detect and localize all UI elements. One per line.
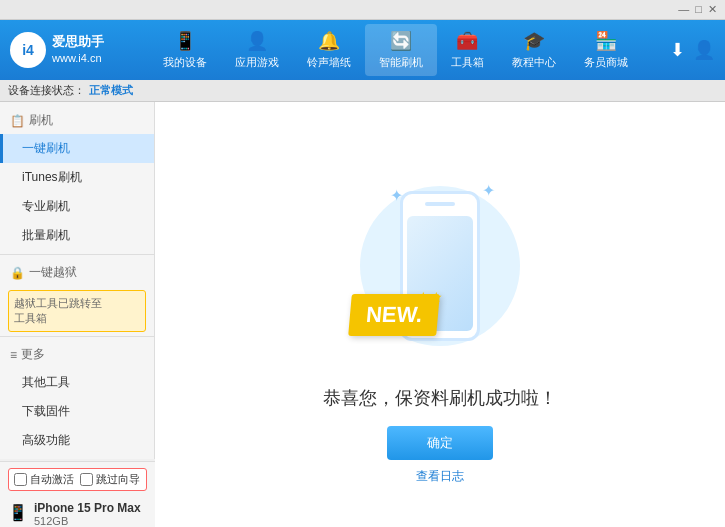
jailbreak-warning: 越狱工具已跳转至 工具箱 [8,290,146,332]
jailbreak-header: 🔒 一键越狱 [0,259,154,286]
title-bar: — □ ✕ [0,0,725,20]
sparkle-top-right: ✦ [482,181,495,200]
nav-smart-flash-label: 智能刷机 [379,55,423,70]
sidebar-wrapper: 📋 刷机 一键刷机 iTunes刷机 专业刷机 批量刷机 🔒 一键越狱 越狱工具… [0,102,155,527]
confirm-button[interactable]: 确定 [387,426,493,460]
device-info: iPhone 15 Pro Max 512GB iPhone [34,501,147,527]
more-section-header: ≡ 更多 [0,341,154,368]
phone-speaker [425,202,455,206]
nav-merchant[interactable]: 🏪 务员商城 [570,24,642,76]
auto-activate-checkbox[interactable] [14,473,27,486]
nav-toolbox[interactable]: 🧰 工具箱 [437,24,498,76]
minimize-button[interactable]: — [678,3,689,16]
sidebar: 📋 刷机 一键刷机 iTunes刷机 专业刷机 批量刷机 🔒 一键越狱 越狱工具… [0,102,155,459]
nav-my-device[interactable]: 📱 我的设备 [149,24,221,76]
success-illustration: ✦ ✦ NEW. ★★ [330,166,550,366]
sparkle-top-left: ✦ [390,186,403,205]
content-area: 📋 刷机 一键刷机 iTunes刷机 专业刷机 批量刷机 🔒 一键越狱 越狱工具… [0,102,725,527]
tutorial-icon: 🎓 [523,30,545,52]
nav-smart-flash[interactable]: 🔄 智能刷机 [365,24,437,76]
status-mode: 正常模式 [89,83,133,98]
download-btn[interactable]: ⬇ [670,39,685,61]
ringtone-icon: 🔔 [318,30,340,52]
nav-my-device-label: 我的设备 [163,55,207,70]
nav-merchant-label: 务员商城 [584,55,628,70]
flash-section-label: 刷机 [29,112,53,129]
sidebar-divider-2 [0,336,154,337]
jailbreak-section: 🔒 一键越狱 越狱工具已跳转至 工具箱 [0,259,154,332]
nav-bar: 📱 我的设备 👤 应用游戏 🔔 铃声墙纸 🔄 智能刷机 🧰 工具箱 🎓 教程中心… [120,24,670,76]
view-log-link[interactable]: 查看日志 [416,468,464,485]
device-name: iPhone 15 Pro Max [34,501,147,515]
auto-activate-label[interactable]: 自动激活 [14,472,74,487]
website: www.i4.cn [52,51,104,66]
flash-section-icon: 📋 [10,114,25,128]
auto-options-bar: 自动激活 跳过向导 [8,468,147,491]
more-icon: ≡ [10,348,17,362]
device-icon: 📱 [174,30,196,52]
new-stars: ★★ [417,289,443,305]
flash-section: 📋 刷机 一键刷机 iTunes刷机 专业刷机 批量刷机 [0,107,154,250]
user-btn[interactable]: 👤 [693,39,715,61]
header: i4 爱思助手 www.i4.cn 📱 我的设备 👤 应用游戏 🔔 铃声墙纸 🔄… [0,20,725,80]
nav-toolbox-label: 工具箱 [451,55,484,70]
sidebar-divider-1 [0,254,154,255]
nav-ringtone[interactable]: 🔔 铃声墙纸 [293,24,365,76]
sidebar-item-advanced[interactable]: 高级功能 [0,426,154,455]
device-item: 📱 iPhone 15 Pro Max 512GB iPhone [8,497,147,527]
sidebar-item-batch-flash[interactable]: 批量刷机 [0,221,154,250]
device-area: 自动激活 跳过向导 📱 iPhone 15 Pro Max 512GB iPho… [0,461,155,527]
status-bar: 设备连接状态： 正常模式 [0,80,725,102]
logo-icon: i4 [10,32,46,68]
new-badge: NEW. ★★ [350,294,438,336]
logo-text: 爱思助手 www.i4.cn [52,33,104,67]
window-controls: — □ ✕ [678,3,717,16]
main-panel: ✦ ✦ NEW. ★★ 恭喜您，保资料刷机成功啦！ 确定 查看日志 [155,102,725,527]
sidebar-item-other-tools[interactable]: 其他工具 [0,368,154,397]
merchant-icon: 🏪 [595,30,617,52]
toolbox-icon: 🧰 [456,30,478,52]
device-storage: 512GB [34,515,147,527]
sidebar-item-pro-flash[interactable]: 专业刷机 [0,192,154,221]
close-button[interactable]: ✕ [708,3,717,16]
sidebar-item-itunes-flash[interactable]: iTunes刷机 [0,163,154,192]
status-label: 设备连接状态： [8,83,85,98]
skip-guide-label[interactable]: 跳过向导 [80,472,140,487]
success-message: 恭喜您，保资料刷机成功啦！ [323,386,557,410]
smart-flash-icon: 🔄 [390,30,412,52]
sidebar-item-one-key-flash[interactable]: 一键刷机 [0,134,154,163]
nav-ringtone-label: 铃声墙纸 [307,55,351,70]
nav-tutorial-label: 教程中心 [512,55,556,70]
more-section-label: 更多 [21,346,45,363]
sidebar-item-download-firmware[interactable]: 下载固件 [0,397,154,426]
flash-section-header: 📋 刷机 [0,107,154,134]
phone-device-icon: 📱 [8,503,28,522]
more-section: ≡ 更多 其他工具 下载固件 高级功能 [0,341,154,455]
app-games-icon: 👤 [246,30,268,52]
nav-app-games[interactable]: 👤 应用游戏 [221,24,293,76]
skip-guide-checkbox[interactable] [80,473,93,486]
maximize-button[interactable]: □ [695,3,702,16]
logo-area: i4 爱思助手 www.i4.cn [10,32,120,68]
auto-activate-text: 自动激活 [30,472,74,487]
nav-tutorial[interactable]: 🎓 教程中心 [498,24,570,76]
jailbreak-label: 一键越狱 [29,264,77,281]
lock-icon: 🔒 [10,266,25,280]
header-right-buttons: ⬇ 👤 [670,39,715,61]
skip-guide-text: 跳过向导 [96,472,140,487]
brand-name: 爱思助手 [52,33,104,51]
nav-app-games-label: 应用游戏 [235,55,279,70]
